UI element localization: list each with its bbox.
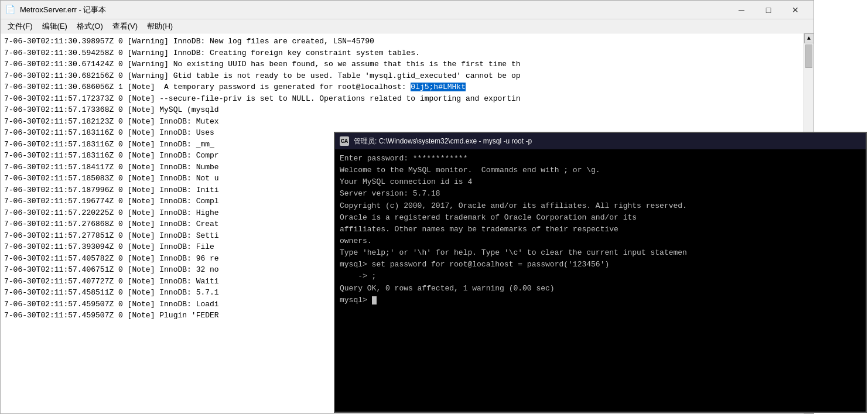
cmd-icon: CA [340,136,349,146]
log-line: 7-06-30T02:11:30.682156Z 0 [Warning] Gti… [4,70,801,82]
cursor [372,296,377,304]
log-line: 7-06-30T02:11:30.594258Z 0 [Warning] Inn… [4,47,801,59]
notepad-icon: 📄 [5,5,15,15]
cmd-line: Query OK, 0 rows affected, 1 warning (0.… [340,283,861,295]
cmd-line: Type 'help;' or '\h' for help. Type '\c'… [340,247,861,259]
notepad-title: MetroxServer.err - 记事本 [20,5,106,15]
menu-edit[interactable]: 编辑(E) [37,20,72,33]
cmd-line: mysql> [340,295,861,306]
log-line: 7-06-30T02:11:30.398957Z 0 [Warning] Inn… [4,36,801,47]
menu-help[interactable]: 帮助(H) [142,20,177,33]
cmd-title: 管理员: C:\Windows\system32\cmd.exe - mysql… [354,136,861,146]
cmd-line: Enter password: ************ [340,153,861,165]
cmd-line: Welcome to the MySQL monitor. Commands e… [340,165,861,176]
scrollbar-thumb[interactable] [805,45,812,68]
log-line: 7-06-30T02:11:57.173368Z 0 [Note] MySQL … [4,104,801,116]
cmd-line: Oracle is a registered trademark of Orac… [340,212,861,224]
cmd-line: owners. [340,235,861,247]
menu-view[interactable]: 查看(V) [108,20,142,33]
cmd-line: -> ; [340,271,861,282]
log-line: 7-06-30T02:11:30.671424Z 0 [Warning] No … [4,59,801,70]
cmd-window: CA 管理员: C:\Windows\system32\cmd.exe - my… [334,132,867,413]
password-highlight: 0lj5;h#LMHkt [411,83,466,91]
minimize-button[interactable]: ─ [728,1,755,19]
menubar: 文件(F) 编辑(E) 格式(O) 查看(V) 帮助(H) [1,19,814,33]
scrollbar-up[interactable]: ▲ [804,33,814,43]
log-line: 7-06-30T02:11:57.172373Z 0 [Note] --secu… [4,93,801,105]
cmd-line: Your MySQL connection id is 4 [340,176,861,188]
cmd-line: mysql> set password for root@localhost =… [340,259,861,271]
cmd-content[interactable]: Enter password: ************Welcome to t… [335,149,866,412]
close-button[interactable]: ✕ [782,1,809,19]
cmd-line: Copyright (c) 2000, 2017, Oracle and/or … [340,200,861,212]
titlebar-controls: ─ □ ✕ [728,1,809,19]
maximize-button[interactable]: □ [755,1,782,19]
titlebar-left: 📄 MetroxServer.err - 记事本 [5,5,106,15]
menu-format[interactable]: 格式(O) [72,20,108,33]
menu-file[interactable]: 文件(F) [3,20,37,33]
log-line: 7-06-30T02:11:57.182123Z 0 [Note] InnoDB… [4,116,801,128]
log-line: 7-06-30T02:11:30.686056Z 1 [Note] A temp… [4,81,801,93]
cmd-titlebar: CA 管理员: C:\Windows\system32\cmd.exe - my… [335,133,866,149]
cmd-line: affiliates. Other names may be trademark… [340,224,861,235]
cmd-line: Server version: 5.7.18 [340,188,861,200]
notepad-titlebar: 📄 MetroxServer.err - 记事本 ─ □ ✕ [1,1,814,19]
